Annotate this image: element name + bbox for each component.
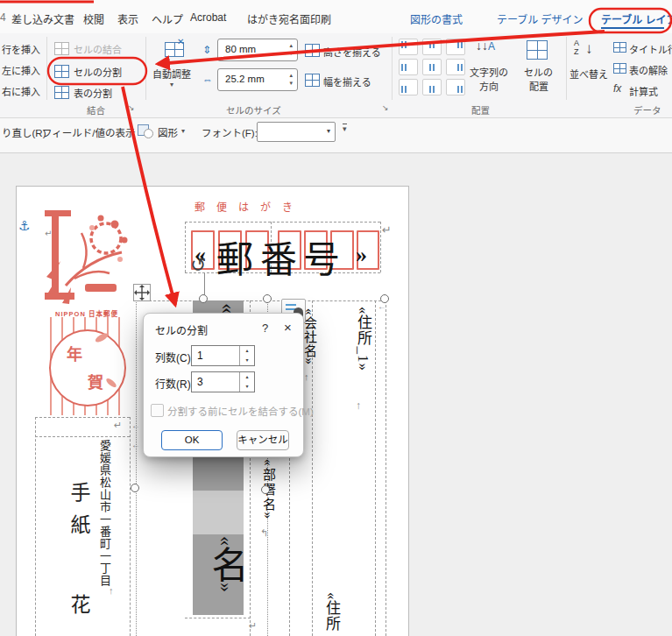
show-field-values-button[interactable]: フィールド/値の表示: [42, 125, 135, 139]
cell-margins-button-line2[interactable]: 配置: [529, 79, 548, 93]
row-height-field[interactable]: 80 mm ▴▾: [217, 39, 298, 61]
sender-cell-border: [35, 436, 130, 437]
autofit-button[interactable]: 自動調整: [152, 67, 191, 81]
split-cells-dialog[interactable]: セルの分割 ? × 列数(C): 1 ▴▾ 行数(R): 3 ▴▾ 分割する前に…: [143, 313, 304, 457]
tab-table-design[interactable]: テーブル デザイン: [497, 11, 584, 26]
repeat-title-row-button[interactable]: タイトル行: [629, 42, 672, 56]
dialog-help-button[interactable]: ?: [262, 322, 268, 335]
tab-view[interactable]: 表示: [117, 11, 138, 26]
sort-button[interactable]: 並べ替え: [569, 67, 608, 81]
dialog-close-button[interactable]: ×: [284, 320, 292, 335]
cancel-button[interactable]: キャンセル: [237, 430, 289, 450]
tab-review[interactable]: 校閲: [83, 11, 104, 26]
field-jusho2-text[interactable]: «住所: [321, 592, 343, 632]
align-group-label: 配置: [471, 103, 490, 117]
repeat-title-row-icon: [613, 42, 626, 53]
rows-input[interactable]: 3 ▴▾: [191, 371, 255, 392]
hagaki-header-text: 郵便はがき: [195, 199, 304, 215]
convert-table-button[interactable]: 表の解除: [629, 63, 668, 77]
distribute-rows-button[interactable]: 高さを揃える: [323, 45, 381, 59]
tab-table-layout[interactable]: テーブル レイアウト: [601, 11, 672, 26]
tab-acrobat[interactable]: Acrobat: [190, 11, 226, 24]
formula-button[interactable]: 計算式: [629, 84, 658, 98]
row-height-spinner[interactable]: ▴▾: [289, 41, 293, 57]
insert-row-button[interactable]: 行を挿入: [2, 42, 40, 56]
merge-cells-button: セルの結合: [74, 42, 122, 56]
field-jusho1-text[interactable]: «住所_1»: [352, 307, 374, 371]
table-move-handle[interactable]: [133, 284, 151, 301]
shapes-circle-icon: [144, 129, 153, 138]
redo-button-clipped[interactable]: り直し(R): [2, 125, 46, 139]
ribbon-table-layout: 行を挿入 左に挿入 右に挿入 ↘ セルの結合 セルの分割 表の分割 結合 ✕ 自…: [0, 33, 672, 118]
align-top-left-button[interactable]: [399, 39, 418, 55]
row-height-value[interactable]: 80 mm: [225, 44, 256, 54]
tab-shape-format[interactable]: 図形の書式: [410, 11, 463, 26]
cell-margins-icon: [527, 40, 548, 60]
nenga-stamp-circle: 年 賀: [49, 329, 126, 406]
shapes-button[interactable]: 図形: [158, 125, 178, 139]
align-bottom-center-button[interactable]: [422, 79, 442, 95]
cell-margins-button[interactable]: セルの: [524, 65, 553, 79]
columns-input[interactable]: 1 ▴▾: [191, 345, 255, 366]
font-combobox-chevron-icon[interactable]: ▾: [327, 127, 330, 135]
split-cells-button[interactable]: セルの分割: [74, 65, 122, 79]
layout-options-line: [286, 304, 296, 306]
sender-surname-text[interactable]: 手紙: [63, 482, 93, 547]
selected-cell-gap[interactable]: [193, 491, 244, 534]
selection-handle[interactable]: [199, 294, 208, 303]
rotate-handle-icon[interactable]: ↺: [190, 254, 206, 277]
align-bottom-left-button[interactable]: [399, 79, 418, 95]
align-middle-right-button[interactable]: [446, 59, 465, 75]
postal-selection-border: [185, 222, 380, 223]
text-direction-button[interactable]: 文字列の: [470, 65, 508, 79]
font-combobox[interactable]: ▾: [257, 122, 336, 142]
sender-cell-border: [130, 417, 131, 636]
columns-value[interactable]: 1: [197, 350, 203, 362]
col-width-spinner[interactable]: ▴▾: [289, 71, 293, 87]
align-top-right-button[interactable]: [446, 39, 465, 55]
cell-end-mark-icon: ←: [131, 440, 140, 449]
col-width-value[interactable]: 25.2 mm: [225, 74, 265, 84]
table-border: [386, 300, 386, 636]
insert-left-button[interactable]: 左に挿入: [2, 63, 40, 77]
rows-value[interactable]: 3: [197, 376, 203, 388]
selection-handle[interactable]: [131, 484, 139, 492]
rows-spinner[interactable]: ▴▾: [239, 372, 254, 392]
text-direction-button-line2[interactable]: 方向: [479, 79, 499, 93]
cell-end-mark-icon: ↵: [114, 420, 122, 431]
align-middle-left-button[interactable]: [399, 59, 418, 75]
align-bottom-right-button[interactable]: [446, 79, 465, 95]
tab-hagaki-print[interactable]: はがき宛名面印刷: [247, 11, 331, 26]
align-top-center-button[interactable]: [422, 39, 442, 55]
columns-spinner[interactable]: ▴▾: [239, 346, 254, 365]
text-direction-icon: ↓↓A: [476, 39, 495, 53]
vertical-end-mark-icon: ↑: [356, 399, 361, 412]
selection-handle[interactable]: [263, 294, 272, 303]
shapes-chevron-icon[interactable]: ▾: [181, 127, 185, 135]
table-border: [136, 300, 386, 301]
col-width-field[interactable]: 25.2 mm ▴▾: [217, 68, 298, 91]
selection-handle[interactable]: [261, 485, 270, 494]
distribute-cols-button[interactable]: 幅を揃える: [323, 74, 371, 88]
toolbar-overflow-icon[interactable]: ▾: [343, 124, 347, 134]
selection-handle[interactable]: [380, 294, 389, 303]
sender-cell-border: [35, 417, 130, 418]
rows-cols-dialog-launcher-icon[interactable]: ↘: [128, 103, 135, 112]
group-separator: [566, 37, 567, 100]
sender-givenname-text[interactable]: 花: [63, 594, 93, 614]
tab-help[interactable]: ヘルプ: [152, 11, 183, 26]
postal-selection-border: [380, 222, 381, 272]
sender-address-text[interactable]: 愛媛県松山市一番町一丁目: [96, 440, 113, 593]
autofit-chevron-icon[interactable]: ▾: [170, 81, 173, 88]
align-middle-center-button[interactable]: [422, 59, 442, 75]
cellsize-dialog-launcher-icon[interactable]: ↘: [382, 103, 389, 112]
tab-mailings[interactable]: 差し込み文書: [11, 11, 74, 26]
nenga-leaf-decor: [105, 377, 118, 389]
ok-button[interactable]: OK: [161, 430, 223, 450]
formula-fx-icon: fx: [613, 82, 621, 95]
group-separator: [46, 37, 47, 100]
new-year-stamp-image[interactable]: [39, 207, 134, 307]
group-separator: [145, 37, 146, 100]
split-table-button[interactable]: 表の分割: [74, 86, 112, 100]
insert-right-button[interactable]: 右に挿入: [2, 84, 40, 98]
